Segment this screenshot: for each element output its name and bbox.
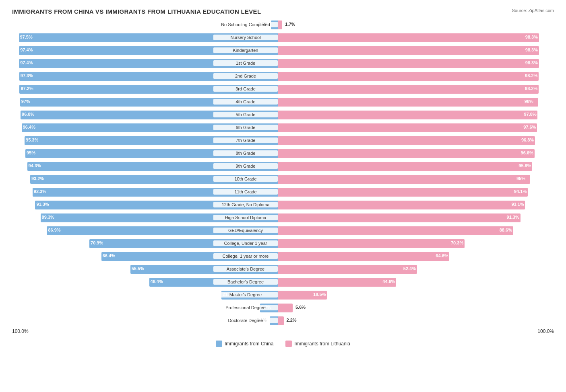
bar-right [278, 316, 284, 325]
bar-value-left: 86.9% [48, 228, 62, 232]
bar-value-right: 2.2% [285, 318, 297, 322]
bar-value-left: 97.4% [20, 60, 34, 65]
bar-right [278, 123, 537, 132]
bar-value-right: 88.6% [498, 228, 512, 232]
bar-value-left: 95.3% [26, 138, 40, 142]
bar-value-right: 94.1% [512, 189, 527, 194]
bar-value-left: 89.3% [42, 215, 56, 220]
bar-value-left: 48.4% [151, 279, 165, 284]
bar-value-right: 96.6% [519, 150, 533, 155]
table-row: 96.4%97.6%6th Grade [12, 122, 543, 134]
legend-left-label: Immigrants from China [225, 341, 273, 347]
bar-label-center: 8th Grade [213, 150, 278, 156]
bottom-right-label: 100.0% [537, 328, 554, 334]
bar-value-right: 96.8% [520, 138, 534, 142]
legend-item-left: Immigrants from China [216, 341, 273, 347]
bar-label-center: Professional Degree [213, 305, 278, 310]
bar-value-right: 98.2% [523, 73, 537, 78]
source-label: Source: ZipAtlas.com [512, 8, 554, 13]
bar-value-left: 94.3% [29, 163, 43, 168]
chart-container: IMMIGRANTS FROM CHINA VS IMMIGRANTS FROM… [0, 0, 566, 371]
bar-label-center: 10th Grade [213, 176, 278, 182]
table-row: 96.8%97.8%5th Grade [12, 109, 543, 121]
bar-value-right: 98% [523, 99, 533, 104]
bar-right [278, 175, 530, 184]
bar-value-right: 52.4% [402, 266, 416, 271]
bar-value-left: 91.3% [36, 202, 50, 207]
table-row: 97.4%98.3%Kindergarten [12, 45, 543, 57]
bar-label-center: 7th Grade [213, 138, 278, 143]
bar-value-right: 64.6% [434, 253, 448, 258]
bar-value-left: 55.5% [132, 266, 146, 271]
bottom-labels: 100.0% 100.0% [12, 328, 554, 334]
bar-label-center: 5th Grade [213, 112, 278, 117]
bar-value-left: 97.2% [21, 86, 35, 91]
bar-label-center: No Schooling Completed [213, 22, 278, 27]
legend-box-right [285, 341, 292, 347]
table-row: 95%96.6%8th Grade [12, 148, 543, 160]
table-row: 2.6%1.7%No Schooling Completed [12, 19, 543, 31]
bottom-left-label: 100.0% [12, 328, 29, 334]
legend-right-label: Immigrants from Lithuania [294, 341, 350, 347]
bar-value-right: 1.7% [283, 22, 295, 27]
bar-right [278, 136, 535, 145]
legend-item-right: Immigrants from Lithuania [285, 341, 350, 347]
bar-label-center: Associate's Degree [213, 266, 278, 272]
bar-right [278, 252, 449, 261]
bar-value-right: 98.2% [523, 86, 537, 91]
bars-area: 2.6%1.7%No Schooling Completed97.5%98.3%… [12, 19, 554, 327]
bar-right [278, 226, 513, 235]
bar-value-left: 70.9% [91, 240, 105, 245]
bar-value-right: 97.8% [522, 112, 536, 117]
bar-value-left: 66.4% [103, 253, 117, 258]
bar-right [278, 85, 539, 94]
table-row: 97.2%98.2%3rd Grade [12, 83, 543, 95]
table-row: 95.3%96.8%7th Grade [12, 135, 543, 147]
bar-value-left: 92.3% [34, 189, 48, 194]
legend-box-left [216, 341, 222, 347]
bar-value-right: 91.3% [505, 215, 519, 220]
table-row: 66.4%64.6%College, 1 year or more [12, 250, 543, 263]
table-row: 55.5%52.4%Associate's Degree [12, 263, 543, 275]
bar-value-right: 5.6% [294, 305, 306, 310]
bar-value-left: 95% [27, 150, 37, 155]
bar-label-center: College, 1 year or more [213, 253, 278, 259]
bar-right [278, 201, 525, 209]
bar-right [278, 59, 539, 68]
table-row: 86.9%88.6%GED/Equivalency [12, 225, 543, 237]
bar-value-right: 95% [515, 176, 525, 181]
table-row: 70.9%70.3%College, Under 1 year [12, 238, 543, 250]
bar-right [278, 98, 538, 107]
bar-value-right: 97.6% [522, 125, 536, 129]
bar-right [278, 149, 535, 158]
table-row: 6.7%5.6%Professional Degree [12, 302, 543, 314]
bar-right [278, 162, 532, 171]
bar-value-right: 93.1% [510, 202, 524, 207]
bar-right [278, 21, 282, 29]
bar-label-center: 12th Grade, No Diploma [213, 202, 278, 207]
bar-value-left: 96.4% [23, 125, 37, 129]
bar-right [278, 46, 539, 55]
bar-right [278, 265, 417, 274]
table-row: 97.3%98.2%2nd Grade [12, 70, 543, 82]
bar-label-center: College, Under 1 year [213, 240, 278, 246]
bar-right [278, 239, 465, 248]
bar-label-center: Kindergarten [213, 47, 278, 53]
bar-value-right: 70.3% [449, 240, 463, 245]
bar-label-center: Nursery School [213, 35, 278, 40]
bar-value-right: 44.6% [381, 279, 395, 284]
table-row: 97%98%4th Grade [12, 96, 543, 108]
table-row: 94.3%95.8%9th Grade [12, 160, 543, 172]
bar-label-center: 4th Grade [213, 99, 278, 105]
table-row: 48.4%44.6%Bachelor's Degree [12, 276, 543, 288]
bar-label-center: 11th Grade [213, 189, 278, 195]
bar-label-center: GED/Equivalency [213, 228, 278, 233]
bar-value-right: 98.3% [524, 60, 538, 65]
chart-title: IMMIGRANTS FROM CHINA VS IMMIGRANTS FROM… [12, 8, 554, 15]
table-row: 89.3%91.3%High School Diploma [12, 212, 543, 224]
table-row: 93.2%95%10th Grade [12, 173, 543, 185]
bar-label-center: Doctorate Degree [213, 318, 278, 323]
table-row: 92.3%94.1%11th Grade [12, 186, 543, 198]
bar-value-left: 97.3% [21, 73, 35, 78]
legend: Immigrants from China Immigrants from Li… [12, 341, 554, 347]
